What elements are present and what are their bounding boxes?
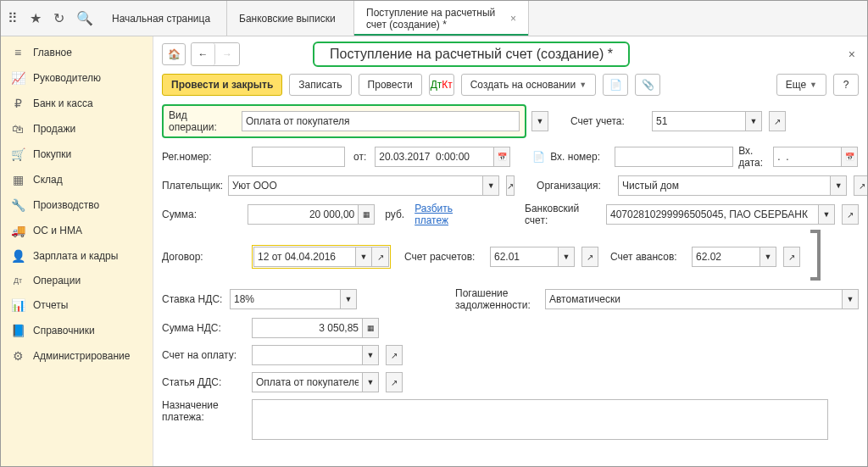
ext-date-picker[interactable]: 📅 [841, 147, 858, 167]
bank-acc-dropdown[interactable]: ▼ [818, 204, 835, 225]
split-link[interactable]: Разбить платеж [415, 203, 486, 226]
payer-open[interactable]: ↗ [506, 175, 515, 196]
pay-acc-open[interactable]: ↗ [386, 345, 403, 365]
close-button[interactable]: × [845, 44, 859, 64]
print-button[interactable]: 📄 [603, 74, 628, 96]
account-open[interactable]: ↗ [769, 111, 786, 131]
ext-no-label: Вх. номер: [550, 151, 609, 163]
org-label: Организация: [537, 180, 613, 192]
pay-acc-label: Счет на оплату: [162, 349, 247, 361]
search-icon[interactable]: 🔍 [76, 10, 93, 26]
ruble-icon: ₽ [11, 97, 25, 110]
bracket-decor [810, 230, 821, 281]
sidebar-item-operations[interactable]: ДтОперации [1, 269, 153, 292]
account-label: Счет учета: [570, 115, 647, 127]
create-based-button[interactable]: Создать на основании▼ [461, 74, 596, 96]
advance-acc-label: Счет авансов: [610, 251, 687, 263]
org-input[interactable] [618, 175, 830, 196]
help-button[interactable]: ? [833, 74, 859, 96]
payer-input[interactable] [228, 175, 482, 196]
op-type-label: Вид операции: [169, 109, 236, 133]
tab-bank[interactable]: Банковские выписки [227, 1, 354, 36]
sidebar-item-hr[interactable]: 👤Зарплата и кадры [1, 243, 153, 269]
bank-acc-open[interactable]: ↗ [842, 204, 859, 225]
attach-button[interactable]: 📎 [635, 74, 660, 96]
book-icon: 📘 [11, 324, 25, 337]
cart-icon: 🛒 [11, 147, 25, 161]
vat-rate-input[interactable] [230, 289, 340, 309]
dds-open[interactable]: ↗ [386, 372, 403, 392]
back-button[interactable]: ← [192, 43, 215, 65]
sum-input[interactable] [248, 204, 358, 225]
settle-acc-open[interactable]: ↗ [581, 247, 598, 267]
reg-no-label: Рег.номер: [162, 151, 247, 163]
bank-acc-label: Банковский счет: [525, 203, 601, 226]
op-type-input[interactable] [242, 111, 520, 131]
more-button[interactable]: Еще▼ [776, 74, 826, 96]
sidebar-item-manager[interactable]: 📈Руководителю [1, 65, 153, 91]
pay-acc-input[interactable] [252, 345, 362, 365]
contract-open[interactable]: ↗ [372, 247, 389, 267]
contract-label: Договор: [162, 251, 247, 263]
debt-input[interactable] [545, 289, 842, 309]
advance-acc-open[interactable]: ↗ [783, 247, 800, 267]
post-button[interactable]: Провести [359, 74, 422, 96]
advance-acc-dropdown[interactable]: ▼ [760, 247, 776, 267]
star-icon[interactable]: ★ [30, 10, 42, 26]
ext-no-input[interactable] [615, 147, 733, 167]
history-icon[interactable]: ↻ [53, 10, 64, 26]
bag-icon: 🛍 [11, 122, 25, 136]
contract-input[interactable] [253, 247, 355, 267]
advance-acc-input[interactable] [692, 247, 760, 267]
dds-dropdown[interactable]: ▼ [362, 372, 379, 392]
account-dropdown[interactable]: ▼ [745, 111, 762, 131]
pay-acc-dropdown[interactable]: ▼ [362, 345, 379, 365]
post-and-close-button[interactable]: Провести и закрыть [162, 74, 282, 96]
vat-sum-calc[interactable]: ▦ [362, 318, 379, 338]
apps-icon[interactable]: ⠿ [8, 10, 18, 26]
vat-rate-dropdown[interactable]: ▼ [340, 289, 357, 309]
settle-acc-input[interactable] [490, 247, 558, 267]
debt-dropdown[interactable]: ▼ [842, 289, 859, 309]
tab-receipt[interactable]: Поступление на расчетный счет (создание)… [354, 1, 529, 36]
home-button[interactable]: 🏠 [162, 43, 186, 65]
page-title: Поступление на расчетный счет (создание)… [313, 42, 630, 67]
sidebar-item-bank[interactable]: ₽Банк и касса [1, 91, 153, 116]
sidebar-item-warehouse[interactable]: ▦Склад [1, 167, 153, 192]
sidebar-item-assets[interactable]: 🚚ОС и НМА [1, 218, 153, 243]
date-input[interactable] [375, 147, 493, 167]
ext-date-input[interactable] [773, 147, 841, 167]
settle-acc-dropdown[interactable]: ▼ [558, 247, 575, 267]
contract-dropdown[interactable]: ▼ [355, 247, 372, 267]
sidebar-item-reports[interactable]: 📊Отчеты [1, 292, 153, 318]
rub-label: руб. [385, 208, 404, 220]
org-dropdown[interactable]: ▼ [830, 175, 847, 196]
bank-acc-input[interactable] [606, 204, 818, 225]
tab-start[interactable]: Начальная страница [100, 1, 227, 36]
account-input[interactable] [652, 111, 745, 131]
menu-icon: ≡ [11, 46, 25, 59]
sidebar-item-admin[interactable]: ⚙Администрирование [1, 343, 153, 369]
op-type-dropdown[interactable]: ▼ [531, 111, 548, 131]
ext-date-label: Вх. дата: [738, 145, 768, 169]
chevron-down-icon: ▼ [579, 81, 587, 89]
forward-button[interactable]: → [215, 43, 239, 65]
write-button[interactable]: Записать [289, 74, 351, 96]
org-open[interactable]: ↗ [854, 175, 867, 196]
vat-sum-input[interactable] [252, 318, 362, 338]
reg-no-input[interactable] [252, 147, 345, 167]
dt-kt-button[interactable]: ДтКт [429, 74, 454, 96]
sidebar-item-refs[interactable]: 📘Справочники [1, 318, 153, 343]
sum-calc[interactable]: ▦ [358, 204, 375, 225]
purpose-input[interactable] [252, 399, 828, 440]
sidebar-item-production[interactable]: 🔧Производство [1, 192, 153, 218]
chevron-down-icon: ▼ [810, 81, 817, 89]
date-picker[interactable]: 📅 [493, 147, 510, 167]
sidebar-item-purchases[interactable]: 🛒Покупки [1, 142, 153, 167]
payer-dropdown[interactable]: ▼ [482, 175, 499, 196]
vat-sum-label: Сумма НДС: [162, 322, 247, 334]
close-icon[interactable]: × [510, 13, 516, 25]
dds-input[interactable] [252, 372, 362, 392]
sidebar-item-sales[interactable]: 🛍Продажи [1, 116, 153, 142]
sidebar-item-main[interactable]: ≡Главное [1, 40, 153, 65]
